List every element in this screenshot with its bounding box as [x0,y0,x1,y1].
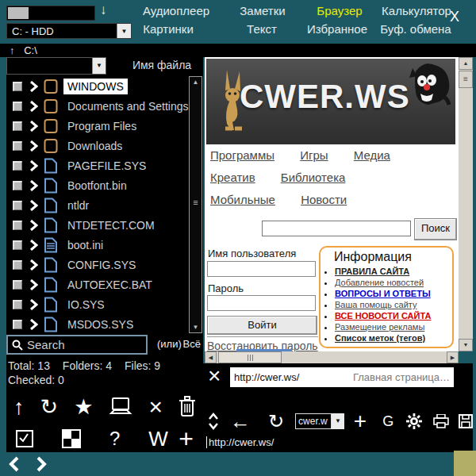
file-name[interactable]: ntldr [63,198,93,213]
menu-item-calculator[interactable]: Калькулятор [382,4,451,17]
menu-item-browser[interactable]: Браузер [317,4,362,17]
file-row[interactable]: Program Files [6,116,203,136]
info-link-add-news[interactable]: Добавление новостей [335,277,448,288]
expand-chevron-icon[interactable] [29,101,38,112]
info-link-tags[interactable]: Список меток (тегов) [335,332,448,344]
file-row[interactable]: boot.ini [6,235,203,255]
site-link-media[interactable]: Медиа [354,148,390,162]
row-checkbox[interactable] [13,82,22,91]
menu-item-pictures[interactable]: Картинки [143,22,194,36]
file-row[interactable]: NTDETECT.COM [6,215,203,235]
file-name[interactable]: PAGEFILE.SYS [63,158,150,174]
address-dropdown-button[interactable]: ▼ [332,413,344,429]
row-checkbox[interactable] [13,300,22,309]
site-link-news[interactable]: Новости [301,193,347,206]
row-checkbox[interactable] [13,161,22,171]
expand-chevron-icon[interactable] [29,200,38,211]
file-row[interactable]: MSDOS.SYS [6,314,203,333]
row-checkbox[interactable] [13,280,22,290]
username-field[interactable] [207,261,316,277]
row-checkbox[interactable] [13,260,22,270]
expand-chevron-icon[interactable] [29,121,38,132]
menu-item-notes[interactable]: Заметки [240,4,285,17]
expand-chevron-icon[interactable] [29,220,38,231]
menu-item-clipboard[interactable]: Буф. обмена [380,22,451,36]
save-icon[interactable] [459,414,473,428]
password-field[interactable] [207,295,316,311]
site-link-creative[interactable]: Креатив [210,171,255,184]
scroll-right-button[interactable]: ▶ [447,351,459,363]
file-row[interactable]: Downloads [6,136,203,155]
go-up-icon[interactable]: ↑ [10,44,15,56]
file-name[interactable]: NTDETECT.COM [63,217,159,233]
file-row[interactable]: WINDOWS [6,76,203,96]
expand-chevron-icon[interactable] [29,259,38,271]
scroll-up-button[interactable]: ▲ [459,57,473,70]
drive-selector[interactable]: C: - HDD ▼ [6,23,132,39]
expand-chevron-icon[interactable] [29,140,38,152]
scrollbar-grip-icon[interactable]: ≡ [190,198,202,207]
site-search-input[interactable] [262,221,411,236]
prev-chevron-button[interactable] [8,456,21,472]
file-name[interactable]: MSDOS.SYS [63,317,137,332]
row-checkbox[interactable] [13,121,22,131]
info-link-help-site[interactable]: Ваша помощь сайту [335,299,448,310]
search-all-toggle[interactable]: Всё [183,338,201,350]
file-row[interactable]: Documents and Settings [6,96,203,116]
file-name[interactable]: Bootfont.bin [63,178,131,194]
file-name[interactable]: AUTOEXEC.BAT [63,277,156,293]
site-link-mobile[interactable]: Мобильные [210,193,275,206]
column-header-filename[interactable]: Имя файла [124,59,200,71]
file-row[interactable]: CONFIG.SYS [6,255,203,274]
file-name[interactable]: WINDOWS [63,79,128,94]
expand-chevron-icon[interactable] [29,180,38,191]
print-icon[interactable] [433,414,449,428]
scroll-down-button[interactable]: ▼ [459,339,473,351]
add-button[interactable]: + [178,426,194,451]
scroll-down-icon[interactable]: ▼ [190,324,202,331]
scrollbar-thumb[interactable] [218,351,282,363]
row-checkbox[interactable] [13,181,22,190]
address-input[interactable]: cwer.w [295,413,332,429]
file-list-scrollbar[interactable]: ▲ ≡ ▼ [189,76,202,333]
favorites-star-button[interactable]: ★ [74,397,93,418]
info-link-questions[interactable]: ВОПРОСЫ И ОТВЕТЫ [335,288,448,299]
row-checkbox[interactable] [13,141,22,151]
login-button[interactable]: Войти [207,316,317,335]
file-row[interactable]: PAGEFILE.SYS [6,155,203,175]
volume-slider[interactable] [6,6,95,21]
file-name[interactable]: Downloads [63,138,126,154]
expand-chevron-icon[interactable] [29,279,38,290]
next-chevron-button[interactable] [35,456,48,472]
row-checkbox[interactable] [13,201,22,210]
delete-x-button[interactable]: × [148,395,163,419]
info-link-advertising[interactable]: Размещение рекламы [335,321,448,332]
file-name[interactable]: IO.SYS [63,297,109,313]
row-checkbox[interactable] [13,240,22,250]
new-tab-button[interactable]: + [354,410,367,432]
back-button[interactable]: ← [230,411,251,432]
row-checkbox[interactable] [13,320,22,329]
site-link-library[interactable]: Библиотека [281,171,346,184]
file-row[interactable]: IO.SYS [6,294,203,314]
expand-chevron-icon[interactable] [29,299,38,310]
collapse-arrow-icon[interactable]: ↓ [100,2,107,18]
expand-chevron-icon[interactable] [29,160,38,171]
site-link-programs[interactable]: Программы [210,148,274,162]
corner-resize-handle[interactable] [454,451,476,476]
browser-vertical-scrollbar[interactable]: ▲ ≡ ▼ [459,57,473,351]
expand-chevron-icon[interactable] [29,240,38,251]
wikipedia-button[interactable]: W [148,428,168,449]
refresh-button[interactable]: ↻ [40,397,59,418]
expand-chevron-icon[interactable] [29,81,38,92]
settings-gear-icon[interactable] [406,413,422,429]
site-search-button[interactable]: Поиск [414,218,457,240]
invert-selection-button[interactable] [62,429,81,448]
file-name[interactable]: boot.ini [63,237,107,253]
browser-tab[interactable]: http://cwer.ws/ Главная страница… [230,367,454,387]
menu-item-audioplayer[interactable]: Аудиоплеер [143,4,209,17]
up-button[interactable]: ↑ [13,397,25,418]
scroll-left-button[interactable]: ◀ [205,351,217,363]
expand-collapse-icon[interactable] [208,413,219,430]
filter-combo[interactable]: ▼ [6,57,106,75]
